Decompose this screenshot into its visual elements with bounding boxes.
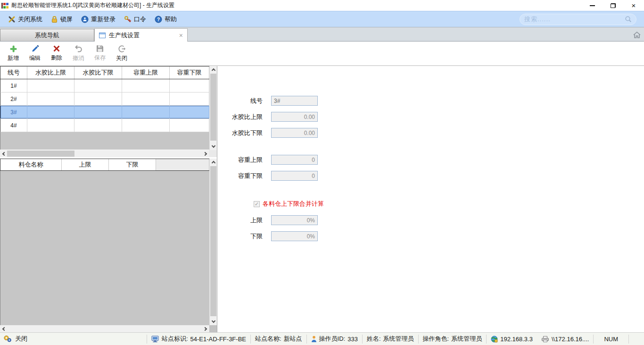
- lock-screen-button[interactable]: 锁屏: [47, 13, 77, 25]
- silos-table-hscrollbar[interactable]: [0, 325, 209, 332]
- header-upper-limit[interactable]: 上限: [62, 159, 109, 170]
- printer-value: \\172.16.16....: [552, 336, 589, 343]
- scroll-thumb[interactable]: [210, 166, 216, 316]
- table-row-3-selected[interactable]: 3#: [0, 106, 209, 119]
- cell[interactable]: [122, 93, 170, 105]
- cell[interactable]: [122, 119, 170, 132]
- line-no-field[interactable]: [271, 96, 318, 106]
- silos-table-vscrollbar[interactable]: [209, 159, 217, 325]
- lock-icon: [51, 16, 58, 23]
- help-button[interactable]: ? 帮助: [150, 13, 181, 25]
- header-line-no[interactable]: 线号: [0, 67, 27, 79]
- add-button[interactable]: 新增: [2, 42, 24, 64]
- cell-line-no[interactable]: 4#: [0, 119, 27, 132]
- scroll-down-button[interactable]: [210, 143, 217, 150]
- search-input[interactable]: [524, 16, 625, 23]
- chevron-down-icon: [211, 319, 215, 323]
- delete-label: 删除: [51, 54, 62, 62]
- site-id-segment: 站点标识: 54-E1-AD-FF-3F-BE: [147, 335, 250, 344]
- cell[interactable]: [170, 93, 209, 105]
- scroll-up-button[interactable]: [210, 66, 217, 73]
- tab-close-icon[interactable]: ×: [179, 32, 183, 39]
- chevron-right-icon: [203, 151, 207, 155]
- header-bd-upper[interactable]: 容重上限: [122, 67, 170, 79]
- help-label: 帮助: [165, 15, 177, 24]
- scroll-left-button[interactable]: [0, 325, 7, 332]
- restore-icon: [611, 3, 616, 8]
- merge-calc-label: 各料仓上下限合并计算: [263, 200, 324, 208]
- header-wb-lower[interactable]: 水胶比下限: [74, 67, 122, 79]
- cell[interactable]: [170, 106, 209, 118]
- header-silo-name[interactable]: 料仓名称: [0, 159, 62, 170]
- cell[interactable]: [170, 119, 209, 132]
- tab-production-line-settings[interactable]: 生产线设置 ×: [94, 28, 188, 42]
- cell[interactable]: [27, 93, 74, 105]
- statusbar-close-label: 关闭: [15, 335, 27, 343]
- cell-line-no[interactable]: 1#: [0, 79, 27, 92]
- role-value: 系统管理员: [451, 335, 482, 343]
- status-bar: 关闭 站点标识: 54-E1-AD-FF-3F-BE 站点名称: 新站点 操作员…: [0, 332, 644, 345]
- header-wb-upper[interactable]: 水胶比上限: [27, 67, 74, 79]
- cell-line-no[interactable]: 2#: [0, 93, 27, 105]
- minimize-button[interactable]: [582, 0, 603, 11]
- search-box[interactable]: [520, 14, 636, 25]
- scroll-down-button[interactable]: [210, 318, 217, 325]
- table-row-4[interactable]: 4#: [0, 119, 209, 132]
- operator-id-label: 操作员ID:: [319, 335, 346, 343]
- printer-icon: [541, 336, 549, 343]
- chevron-left-icon: [2, 151, 6, 155]
- line-no-row: 线号: [217, 96, 318, 106]
- home-button[interactable]: [633, 31, 641, 39]
- cell[interactable]: [74, 79, 122, 92]
- header-lower-limit[interactable]: 下限: [109, 159, 156, 170]
- cell-line-no[interactable]: 3#: [0, 106, 27, 118]
- check-icon: ✓: [255, 202, 259, 207]
- edit-button[interactable]: 编辑: [24, 42, 46, 64]
- merge-calc-checkbox[interactable]: ✓: [254, 201, 260, 207]
- cell[interactable]: [27, 119, 74, 132]
- cell[interactable]: [74, 106, 122, 118]
- table-row-1[interactable]: 1#: [0, 79, 209, 93]
- cell[interactable]: [74, 93, 122, 105]
- scroll-right-button[interactable]: [202, 325, 209, 332]
- bd-upper-field[interactable]: [271, 155, 318, 165]
- relogin-button[interactable]: 重新登录: [77, 13, 120, 25]
- scroll-up-button[interactable]: [210, 159, 217, 166]
- delete-icon: [53, 45, 60, 52]
- scroll-right-button[interactable]: [202, 150, 209, 157]
- bd-lower-field[interactable]: [271, 171, 318, 181]
- pct-lower-field[interactable]: [271, 231, 318, 241]
- close-system-button[interactable]: 关闭系统: [4, 13, 47, 25]
- merge-calc-row: ✓ 各料仓上下限合并计算: [254, 200, 324, 208]
- pct-upper-row: 上限: [217, 215, 318, 225]
- cell[interactable]: [122, 106, 170, 118]
- lines-table-hscrollbar[interactable]: [0, 150, 209, 157]
- statusbar-close[interactable]: 关闭: [3, 335, 27, 343]
- restore-button[interactable]: [603, 0, 623, 11]
- search-icon[interactable]: [625, 16, 632, 23]
- header-bd-lower[interactable]: 容重下限: [170, 67, 209, 79]
- cell[interactable]: [74, 119, 122, 132]
- undo-button[interactable]: 撤消: [67, 42, 89, 64]
- operator-name-label: 姓名:: [367, 335, 381, 343]
- scroll-left-button[interactable]: [0, 150, 7, 157]
- lines-table-vscrollbar[interactable]: [209, 66, 217, 150]
- table-row-2[interactable]: 2#: [0, 93, 209, 106]
- tab-system-navigation[interactable]: 系统导航: [0, 29, 94, 41]
- password-button[interactable]: 口令: [120, 13, 150, 25]
- cell[interactable]: [27, 106, 74, 118]
- site-name-label: 站点名称:: [255, 335, 281, 343]
- wb-upper-field[interactable]: [271, 112, 318, 122]
- cell[interactable]: [27, 79, 74, 92]
- close-tab-button[interactable]: 关闭: [111, 42, 132, 64]
- scroll-thumb[interactable]: [7, 151, 74, 157]
- cell[interactable]: [122, 79, 170, 92]
- scroll-thumb[interactable]: [210, 74, 216, 141]
- wb-lower-field[interactable]: [271, 128, 318, 138]
- close-window-button[interactable]: ×: [623, 0, 644, 11]
- pct-upper-field[interactable]: [271, 215, 318, 225]
- edit-icon: [31, 45, 39, 53]
- cell[interactable]: [170, 79, 209, 92]
- save-button[interactable]: 保存: [89, 42, 111, 64]
- delete-button[interactable]: 删除: [46, 42, 67, 64]
